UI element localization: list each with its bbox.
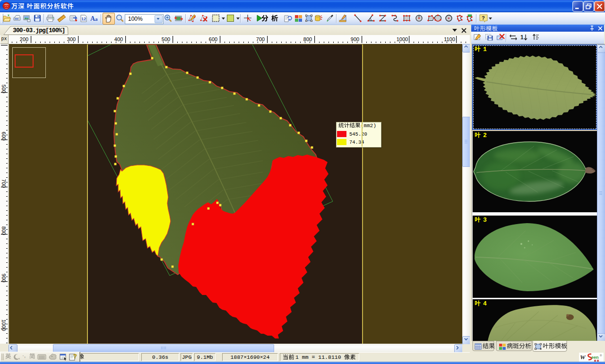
svg-text:?: ? <box>482 15 485 21</box>
svg-text:12: 12 <box>81 17 86 21</box>
svg-text:®: ® <box>600 354 602 357</box>
svg-text:a: a <box>95 16 98 22</box>
svg-text:1: 1 <box>520 34 524 41</box>
svg-text:?: ? <box>73 353 77 360</box>
svg-text:een: een <box>591 355 599 360</box>
svg-text:W: W <box>580 354 586 361</box>
